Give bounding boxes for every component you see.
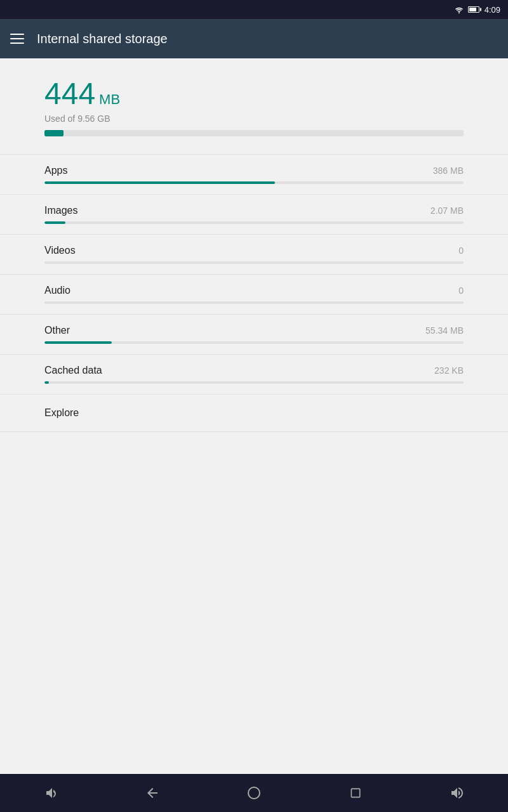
storage-row-header-audio: Audio 0: [44, 275, 464, 301]
home-button[interactable]: [238, 777, 270, 809]
storage-number: 444: [44, 76, 95, 111]
row-label-videos: Videos: [44, 245, 76, 256]
row-progress-fill-cached: [44, 381, 49, 384]
main-content: 444 MB Used of 9.56 GB Apps 386 MB Image…: [0, 58, 508, 774]
storage-amount: 444 MB: [44, 76, 464, 111]
row-value-videos: 0: [458, 246, 464, 256]
storage-row-videos[interactable]: Videos 0: [0, 235, 508, 264]
row-progress-other: [44, 341, 464, 344]
svg-rect-2: [351, 789, 359, 797]
explore-row[interactable]: Explore: [0, 395, 508, 431]
page-title: Internal shared storage: [37, 32, 168, 46]
storage-row-header-apps: Apps 386 MB: [44, 155, 464, 181]
storage-row-images[interactable]: Images 2.07 MB: [0, 195, 508, 224]
battery-icon: [468, 6, 479, 13]
storage-row-header-cached: Cached data 232 KB: [44, 355, 464, 381]
status-icons: 4:09: [454, 5, 500, 15]
storage-row-header-videos: Videos 0: [44, 235, 464, 261]
row-value-other: 55.34 MB: [425, 325, 464, 336]
status-bar: 4:09: [0, 0, 508, 19]
row-label-audio: Audio: [44, 285, 70, 296]
row-progress-images: [44, 221, 464, 224]
recents-button[interactable]: [340, 777, 371, 809]
storage-row-cached[interactable]: Cached data 232 KB: [0, 355, 508, 384]
row-value-images: 2.07 MB: [431, 206, 464, 216]
row-progress-fill-apps: [44, 181, 275, 184]
volume-up-button[interactable]: [441, 777, 473, 809]
row-label-cached: Cached data: [44, 365, 102, 376]
storage-unit: MB: [99, 91, 120, 108]
row-value-apps: 386 MB: [433, 166, 464, 176]
row-progress-fill-images: [44, 221, 65, 224]
explore-label: Explore: [44, 407, 79, 418]
row-value-audio: 0: [458, 285, 464, 296]
divider-7: [0, 431, 508, 432]
total-progress-bar: [44, 130, 464, 136]
row-label-images: Images: [44, 205, 77, 216]
storage-row-other[interactable]: Other 55.34 MB: [0, 315, 508, 344]
row-value-cached: 232 KB: [434, 365, 464, 376]
row-progress-apps: [44, 181, 464, 184]
row-label-apps: Apps: [44, 165, 67, 176]
storage-row-header-other: Other 55.34 MB: [44, 315, 464, 341]
storage-row-apps[interactable]: Apps 386 MB: [0, 155, 508, 184]
svg-point-0: [458, 12, 460, 13]
storage-summary: 444 MB Used of 9.56 GB: [0, 76, 508, 154]
back-button[interactable]: [137, 777, 168, 809]
bottom-nav: [0, 774, 508, 812]
row-label-other: Other: [44, 325, 70, 336]
total-progress-fill: [44, 130, 64, 136]
storage-row-header-images: Images 2.07 MB: [44, 195, 464, 221]
svg-point-1: [248, 787, 260, 799]
storage-used: Used of 9.56 GB: [44, 114, 464, 124]
row-progress-cached: [44, 381, 464, 384]
volume-down-button[interactable]: [35, 777, 67, 809]
top-bar: Internal shared storage: [0, 19, 508, 58]
row-progress-audio: [44, 301, 464, 304]
status-time: 4:09: [485, 5, 500, 15]
storage-row-audio[interactable]: Audio 0: [0, 275, 508, 304]
hamburger-menu[interactable]: [10, 34, 24, 44]
wifi-icon: [454, 5, 464, 14]
row-progress-videos: [44, 261, 464, 264]
row-progress-fill-other: [44, 341, 112, 344]
